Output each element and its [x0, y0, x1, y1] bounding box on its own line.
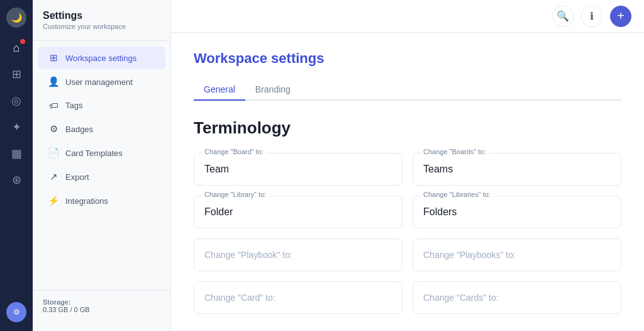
bar-chart-nav-icon[interactable]: ▦	[5, 142, 28, 165]
sidebar-item-workspace-settings[interactable]: ⊞ Workspace settings	[38, 47, 165, 69]
terminology-heading: Terminology	[194, 118, 621, 138]
playbook-field-group	[194, 238, 402, 271]
sidebar-header: Settings Customize your workspace	[33, 10, 170, 41]
library-field-label: Change "Library" to:	[202, 191, 269, 198]
user-management-icon: 👤	[48, 76, 59, 87]
card-templates-icon: 📄	[48, 147, 59, 159]
home-nav-icon[interactable]: ⌂	[5, 36, 28, 59]
page-title: Workspace settings	[194, 50, 621, 67]
form-actions: Reset to default Save	[194, 327, 621, 331]
app-logo[interactable]: 🌙	[6, 8, 26, 28]
main-area: 🔍 ℹ + Workspace settings General Brandin…	[171, 0, 644, 331]
info-icon: ℹ	[590, 10, 594, 22]
icon-bar: 🌙 ⌂ ⊞ ◎ ✦ ▦ ⊛ ⚙	[0, 0, 33, 331]
sidebar-item-label: Badges	[65, 125, 93, 134]
playbook-input[interactable]	[204, 247, 392, 263]
sidebar-item-label: Export	[65, 172, 89, 182]
sidebar-item-export[interactable]: ↗ Export	[38, 166, 165, 188]
sidebar-item-tags[interactable]: 🏷 Tags	[38, 94, 165, 116]
sidebar-item-label: Integrations	[65, 196, 108, 206]
boards-field-label: Change "Boards" to:	[421, 148, 489, 155]
user-settings-icon[interactable]: ⚙	[5, 301, 28, 323]
grid-nav-icon[interactable]: ⊞	[5, 63, 28, 86]
tags-icon: 🏷	[48, 100, 59, 111]
library-input[interactable]	[204, 204, 392, 220]
playbooks-input[interactable]	[423, 247, 611, 263]
storage-label: Storage:	[43, 298, 160, 306]
cards-input[interactable]	[423, 289, 611, 306]
boards-field-group: Change "Boards" to:	[413, 153, 621, 186]
storage-value: 0.33 GB / 0 GB	[43, 306, 160, 313]
sidebar-footer: Storage: 0.33 GB / 0 GB	[33, 290, 170, 321]
cards-field-group	[413, 281, 621, 314]
home-badge	[20, 39, 25, 44]
board-field-label: Change "Board" to:	[202, 148, 266, 155]
tabs: General Branding	[194, 79, 621, 101]
sidebar-item-card-templates[interactable]: 📄 Card Templates	[38, 142, 165, 164]
spark-nav-icon[interactable]: ✦	[5, 116, 28, 138]
library-field-group: Change "Library" to:	[194, 196, 402, 228]
board-input[interactable]	[204, 161, 392, 177]
terminology-row-3	[194, 238, 621, 271]
boards-input[interactable]	[423, 161, 611, 177]
terminology-row-2: Change "Library" to: Change "Libraries" …	[194, 196, 621, 228]
sidebar-item-label: Workspace settings	[65, 53, 136, 63]
terminology-row-4	[194, 281, 621, 314]
search-button[interactable]: 🔍	[552, 6, 574, 27]
analytics-nav-icon[interactable]: ◎	[5, 89, 28, 112]
search-icon: 🔍	[557, 10, 569, 22]
badges-icon: ⚙	[48, 123, 59, 135]
card-field-group	[194, 281, 402, 314]
add-icon: +	[617, 9, 625, 23]
topbar: 🔍 ℹ +	[171, 0, 644, 33]
content-area: Workspace settings General Branding Term…	[171, 33, 644, 331]
sidebar-item-integrations[interactable]: ⚡ Integrations	[38, 189, 165, 212]
libraries-field-group: Change "Libraries" to:	[413, 196, 621, 228]
playbooks-field-group	[413, 238, 621, 271]
workspace-settings-icon: ⊞	[48, 52, 59, 64]
export-icon: ↗	[48, 171, 59, 182]
integrations-icon: ⚡	[48, 195, 59, 206]
sidebar-item-user-management[interactable]: 👤 User management	[38, 70, 165, 93]
libraries-field-label: Change "Libraries" to:	[421, 191, 493, 198]
card-input[interactable]	[204, 289, 392, 306]
sidebar: Settings Customize your workspace ⊞ Work…	[33, 0, 171, 331]
sidebar-item-label: User management	[65, 77, 133, 87]
sidebar-subtitle: Customize your workspace	[43, 23, 160, 30]
user-avatar: ⚙	[6, 302, 26, 322]
sidebar-item-label: Card Templates	[65, 149, 123, 158]
tab-general[interactable]: General	[194, 79, 245, 101]
target-nav-icon[interactable]: ⊛	[5, 169, 28, 191]
sidebar-title: Settings	[43, 10, 160, 21]
board-field-group: Change "Board" to:	[194, 153, 402, 186]
terminology-row-1: Change "Board" to: Change "Boards" to:	[194, 153, 621, 186]
sidebar-item-label: Tags	[65, 101, 82, 110]
info-button[interactable]: ℹ	[581, 6, 602, 27]
add-button[interactable]: +	[610, 6, 631, 27]
libraries-input[interactable]	[423, 204, 611, 220]
sidebar-item-badges[interactable]: ⚙ Badges	[38, 118, 165, 140]
tab-branding[interactable]: Branding	[245, 79, 301, 101]
